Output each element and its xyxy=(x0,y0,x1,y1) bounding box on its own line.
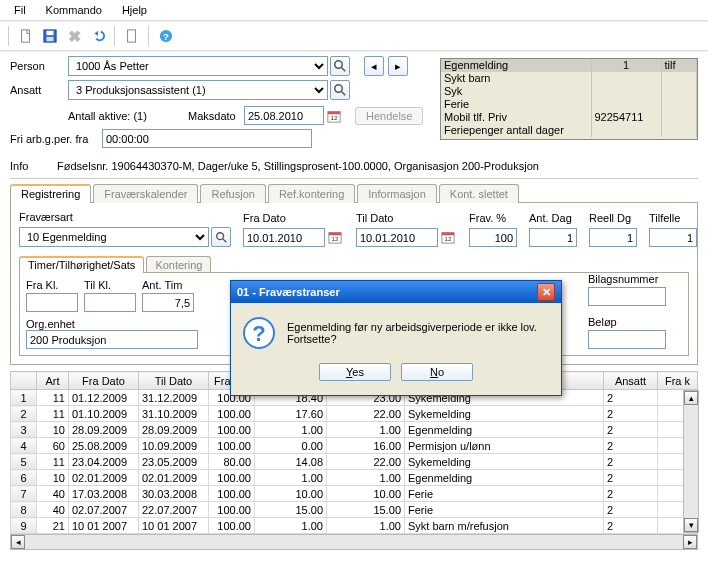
help-icon[interactable]: ? xyxy=(156,26,176,46)
table-row[interactable]: 31028.09.200928.09.2009100.001.001.00Ege… xyxy=(11,422,698,438)
fra-kl-input[interactable] xyxy=(26,293,78,312)
dialog-close-button[interactable]: ✕ xyxy=(537,283,555,301)
til-dato-calendar-icon[interactable]: 12 xyxy=(439,228,457,246)
svg-point-14 xyxy=(216,232,223,239)
sub-tabs: Timer/Tilhørighet/Sats Kontering xyxy=(19,255,689,272)
svg-text:12: 12 xyxy=(332,235,339,242)
next-button[interactable]: ▸ xyxy=(388,56,408,76)
svg-rect-3 xyxy=(47,37,54,41)
right-info-grid: Egenmelding1tilf Sykt barn Syk Ferie Mob… xyxy=(440,58,698,140)
dialog-title: 01 - Fraværstranser xyxy=(237,286,340,298)
dialog-no-button[interactable]: No xyxy=(401,363,473,381)
menu-fil[interactable]: Fil xyxy=(6,2,34,18)
org-enhet-label: Org.enhet xyxy=(26,318,198,330)
blank-doc-icon[interactable] xyxy=(122,26,142,46)
svg-rect-2 xyxy=(47,31,54,35)
tab-registrering[interactable]: Registrering xyxy=(10,184,91,203)
new-icon[interactable] xyxy=(16,26,36,46)
svg-point-7 xyxy=(335,61,343,69)
belop-label: Beløp xyxy=(588,316,666,328)
tab-refusjon[interactable]: Refusjon xyxy=(200,184,265,203)
maksdato-calendar-icon[interactable]: 12 xyxy=(325,107,343,125)
table-row[interactable]: 46025.08.200910.09.2009100.000.0016.00Pe… xyxy=(11,438,698,454)
person-label: Person xyxy=(10,60,68,72)
tab-refkontering[interactable]: Ref.kontering xyxy=(268,184,355,203)
menu-hjelp[interactable]: Hjelp xyxy=(114,2,155,18)
main-tabs: Registrering Fraværskalender Refusjon Re… xyxy=(10,183,698,202)
vertical-scrollbar[interactable]: ▴▾ xyxy=(683,390,699,533)
tab-fravaerskalender[interactable]: Fraværskalender xyxy=(93,184,198,203)
svg-text:12: 12 xyxy=(445,235,452,242)
table-row[interactable]: 74017.03.200830.03.2008100.0010.0010.00F… xyxy=(11,486,698,502)
confirm-dialog: 01 - Fraværstranser ✕ ? Egenmelding før … xyxy=(230,280,562,396)
ant-dag-input[interactable] xyxy=(529,228,577,247)
ant-tim-input[interactable] xyxy=(142,293,194,312)
frav-pct-input[interactable] xyxy=(469,228,517,247)
menu-bar: Fil Kommando Hjelp xyxy=(0,0,708,20)
tilfelle-input[interactable] xyxy=(649,228,697,247)
toolbar: ✖ ? xyxy=(0,22,708,50)
horizontal-scrollbar[interactable]: ◂▸ xyxy=(10,534,698,550)
svg-point-9 xyxy=(335,85,343,93)
sub-tab-kontering[interactable]: Kontering xyxy=(146,256,211,273)
svg-text:12: 12 xyxy=(331,114,338,121)
svg-text:?: ? xyxy=(252,321,265,346)
antall-aktive-label: Antall aktive: (1) xyxy=(68,110,188,122)
svg-rect-0 xyxy=(22,30,30,42)
bilagsnummer-input[interactable] xyxy=(588,287,666,306)
ansatt-label: Ansatt xyxy=(10,84,68,96)
frav-pct-label: Frav. % xyxy=(469,212,517,224)
person-select[interactable]: 1000 Ås Petter xyxy=(68,56,328,76)
ansatt-select[interactable]: 3 Produksjonsassistent (1) xyxy=(68,80,328,100)
bilagsnummer-label: Bilagsnummer xyxy=(588,273,666,285)
fra-dato-label: Fra Dato xyxy=(243,212,344,224)
delete-icon[interactable]: ✖ xyxy=(64,26,84,46)
fri-label: Fri arb.g.per. fra xyxy=(10,133,102,145)
fra-kl-label: Fra Kl. xyxy=(26,279,78,291)
belop-input[interactable] xyxy=(588,330,666,349)
info-line: Info Fødselsnr. 19064430370-M, Dager/uke… xyxy=(0,156,708,176)
table-row[interactable]: 51123.04.200923.05.200980.0014.0822.00Sy… xyxy=(11,454,698,470)
table-row[interactable]: 84002.07.200722.07.2007100.0015.0015.00F… xyxy=(11,502,698,518)
table-row[interactable]: 61002.01.200902.01.2009100.001.001.00Ege… xyxy=(11,470,698,486)
fri-input[interactable] xyxy=(102,129,312,148)
ansatt-search-icon[interactable] xyxy=(330,80,350,100)
til-kl-label: Til Kl. xyxy=(84,279,136,291)
reell-dg-label: Reell Dg xyxy=(589,212,637,224)
maksdato-label: Maksdato xyxy=(188,110,244,122)
fravaersart-select[interactable]: 10 Egenmelding xyxy=(19,227,209,247)
fra-dato-input[interactable] xyxy=(243,228,325,247)
ant-tim-label: Ant. Tim xyxy=(142,279,194,291)
til-dato-input[interactable] xyxy=(356,228,438,247)
menu-kommando[interactable]: Kommando xyxy=(38,2,110,18)
question-icon: ? xyxy=(243,317,275,349)
fravaersart-search-icon[interactable] xyxy=(211,227,231,247)
undo-icon[interactable] xyxy=(88,26,108,46)
tilfelle-label: Tilfelle xyxy=(649,212,697,224)
person-search-icon[interactable] xyxy=(330,56,350,76)
til-kl-input[interactable] xyxy=(84,293,136,312)
svg-line-10 xyxy=(342,92,346,96)
dialog-title-bar: 01 - Fraværstranser ✕ xyxy=(231,281,561,303)
svg-line-15 xyxy=(222,238,225,241)
hendelse-button: Hendelse xyxy=(355,107,423,125)
svg-rect-4 xyxy=(128,30,136,42)
svg-line-8 xyxy=(342,68,346,72)
tab-kontslettet[interactable]: Kont. slettet xyxy=(439,184,519,203)
maksdato-input[interactable] xyxy=(244,106,324,125)
reell-dg-input[interactable] xyxy=(589,228,637,247)
table-row[interactable]: 21101.10.200931.10.2009100.0017.6022.00S… xyxy=(11,406,698,422)
dialog-message: Egenmelding før ny arbeidsgiverperiode e… xyxy=(287,317,549,349)
tab-informasjon[interactable]: Informasjon xyxy=(357,184,436,203)
svg-text:?: ? xyxy=(163,31,169,42)
dialog-yes-button[interactable]: Yes xyxy=(319,363,391,381)
til-dato-label: Til Dato xyxy=(356,212,457,224)
org-enhet-input[interactable] xyxy=(26,330,198,349)
prev-button[interactable]: ◂ xyxy=(364,56,384,76)
fravaersart-label: Fraværsart xyxy=(19,211,231,223)
table-row[interactable]: 92110 01 200710 01 2007100.001.001.00Syk… xyxy=(11,518,698,534)
save-icon[interactable] xyxy=(40,26,60,46)
ant-dag-label: Ant. Dag xyxy=(529,212,577,224)
fra-dato-calendar-icon[interactable]: 12 xyxy=(326,228,344,246)
sub-tab-timer[interactable]: Timer/Tilhørighet/Sats xyxy=(19,256,144,273)
